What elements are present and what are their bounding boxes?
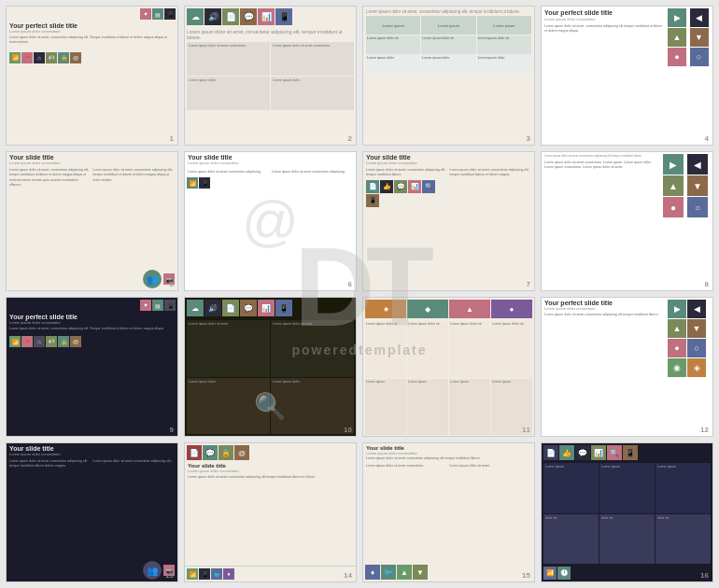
slide-13-number: 13 — [165, 571, 174, 580]
s7-icon5: 🔍 — [422, 180, 435, 193]
slide-14-number: 14 — [344, 571, 352, 580]
icon-lock: 🔒 — [58, 52, 69, 63]
slide-11[interactable]: ★ ◆ ▲ ● Lorem ipsum dolor sit Lorem ipsu… — [362, 297, 535, 437]
s12-i4: ▼ — [687, 319, 706, 338]
s9-icon1: ♥ — [140, 300, 151, 311]
s10-c1: Lorem ipsum dolor sit amet — [187, 320, 270, 377]
s11-head1: ★ — [365, 300, 406, 318]
s10-c2: Lorem ipsum dolor sit amet — [271, 320, 354, 377]
s6-title: Your slide title — [188, 154, 353, 161]
s16-i5: 🔍 — [607, 445, 622, 460]
s4-sub: Lorem ipsum dolor consectetur — [544, 17, 663, 21]
slide-10[interactable]: ☁ 🔊 📄 💬 📊 📱 Lorem ipsum dolor sit amet L… — [184, 297, 357, 437]
s7-title: Your slide title — [366, 154, 531, 161]
slide-14[interactable]: 📄 💬 🔒 @ Your slide title Lorem ipsum dol… — [184, 442, 357, 582]
s11-head2: ◆ — [407, 300, 448, 318]
s14-i2: 💬 — [203, 445, 218, 460]
s4-icon4: ▼ — [690, 28, 709, 47]
slide-12[interactable]: Your perfect slide title Lorem ipsum dol… — [541, 297, 713, 437]
s10-icon2: 🔊 — [204, 300, 221, 316]
slide-2[interactable]: ☁ 🔊 📄 💬 📊 📱 Lorem ipsum dolor sit amet, … — [184, 6, 357, 146]
slide-3-number: 3 — [527, 134, 530, 143]
slide-grid: ♥ ▤ 📱 Your perfect slide title Lorem ips… — [0, 0, 719, 588]
s12-i7: ◉ — [668, 358, 686, 377]
slide-8-number: 8 — [705, 280, 709, 288]
slide-9-number: 9 — [170, 426, 174, 434]
icon-doc: ▤ — [152, 8, 163, 20]
s12-i5: ● — [668, 339, 686, 357]
s16-bi1: 📶 — [543, 567, 557, 580]
icon-pin: 📍 — [21, 52, 33, 63]
s2-icon-chart: 📊 — [258, 8, 275, 25]
s14-bi2: 📱 — [199, 568, 210, 580]
s3-cell3: Lorem ipsum — [477, 16, 531, 35]
s3-cell2: Lorem ipsum — [421, 16, 475, 35]
s2-icon-doc2: 📄 — [222, 8, 239, 25]
slide-1-title: Your perfect slide title — [9, 22, 175, 29]
s15-col2: Lorem ipsum dolor sit amet. — [450, 464, 532, 562]
s4-icon5: ● — [668, 48, 686, 66]
s7-col2: Lorem ipsum dolor sit amet, consectetur … — [450, 168, 532, 289]
s4-icon3: ▲ — [668, 28, 686, 47]
slide-5[interactable]: Your slide title Lorem ipsum dolor conse… — [6, 151, 178, 291]
s7-icon6: 📱 — [366, 194, 379, 207]
slide-11-number: 11 — [522, 426, 530, 434]
slide-15[interactable]: Your slide title Lorem ipsum dolor conse… — [362, 442, 535, 582]
slide-4[interactable]: Your perfect slide title Lorem ipsum dol… — [541, 6, 713, 146]
s3-intro: Lorem ipsum dolor sit amet, consectetur … — [366, 9, 531, 14]
s16-c4: dolor sit — [543, 514, 599, 565]
s6-text1: Lorem ipsum dolor sit amet consectetur a… — [187, 169, 270, 175]
s11-c7: Lorem ipsum — [449, 379, 490, 436]
slide-13[interactable]: Your slide title Lorem ipsum dolor conse… — [6, 442, 178, 582]
s7-icon3: 💬 — [394, 180, 407, 193]
s2-icon-phone2: 📱 — [275, 8, 292, 25]
s2-icon-cloud: ☁ — [187, 8, 204, 25]
icon-heart: ♥ — [140, 8, 151, 20]
s14-body: Lorem ipsum dolor sit amet consectetur a… — [188, 475, 353, 480]
s14-sub: Lorem ipsum dolor consectetur — [188, 469, 353, 473]
slide-1[interactable]: ♥ ▤ 📱 Your perfect slide title Lorem ips… — [6, 6, 178, 146]
icon-tag: 🏷 — [46, 52, 57, 63]
slide-6-number: 6 — [348, 280, 352, 288]
s12-i3: ▲ — [668, 319, 686, 338]
s14-i4: @ — [234, 445, 249, 460]
s5-avatar: 👥 — [143, 270, 162, 288]
s3-cell8: Lorem ipsum dolor — [421, 55, 475, 74]
s12-i2: ◀ — [687, 300, 706, 318]
s6-sub: Lorem ipsum dolor consectetur — [188, 161, 353, 165]
slide-6[interactable]: @ Your slide title Lorem ipsum dolor con… — [184, 151, 357, 291]
slide-12-number: 12 — [700, 426, 709, 434]
slide-7[interactable]: Your slide title Lorem ipsum dolor conse… — [362, 151, 535, 291]
slide-1-body: Lorem ipsum dolor sit amet, consectetur … — [7, 35, 177, 47]
s14-bi3: 🐦 — [211, 568, 222, 580]
s2-cell4: Lorem ipsum dolor. — [271, 77, 354, 110]
s4-icon6: ○ — [690, 48, 709, 66]
s11-head3: ▲ — [449, 300, 490, 318]
s9-icon2: ▤ — [152, 300, 163, 311]
slide-2-number: 2 — [348, 134, 352, 143]
s16-i1: 📄 — [543, 445, 558, 460]
s7-icon2: 👍 — [380, 180, 393, 193]
s5-title: Your slide title — [9, 154, 175, 161]
slide-10-number: 10 — [344, 426, 352, 434]
s13-avatar: 👥 — [143, 561, 162, 580]
slide-9[interactable]: ♥ ▤ 📱 Your perfect slide title Lorem ips… — [6, 297, 178, 437]
s15-bi3: ▲ — [397, 565, 412, 580]
s13-col1: Lorem ipsum dolor sit amet consectetur a… — [9, 459, 92, 558]
s5-sub: Lorem ipsum dolor consectetur — [9, 161, 175, 165]
s11-head4: ● — [491, 300, 532, 318]
slide-3[interactable]: Lorem ipsum dolor sit amet, consectetur … — [362, 6, 535, 146]
s10-icon1: ☁ — [187, 300, 204, 316]
s12-title: Your perfect slide title — [544, 300, 663, 306]
s8-icon4: ▼ — [687, 175, 708, 196]
slide-8[interactable]: Lorem ipsum dolor sit amet consectetur a… — [541, 151, 713, 291]
s4-icon1: ▶ — [668, 8, 686, 27]
slide-16[interactable]: 📄 👍 💬 📊 🔍 📱 Lorem ipsum Lorem ipsum Lore… — [541, 442, 713, 582]
slide-1-number: 1 — [170, 134, 174, 143]
s6-big-icon: @ — [242, 193, 299, 249]
s10-icon5: 📊 — [258, 300, 275, 316]
icon-home: ⌂ — [34, 52, 45, 63]
icon-wifi: 📶 — [9, 52, 21, 63]
s2-cell3: Lorem ipsum dolor. — [187, 77, 270, 110]
s2-body: Lorem ipsum dolor sit amet, consectetur … — [187, 29, 354, 40]
